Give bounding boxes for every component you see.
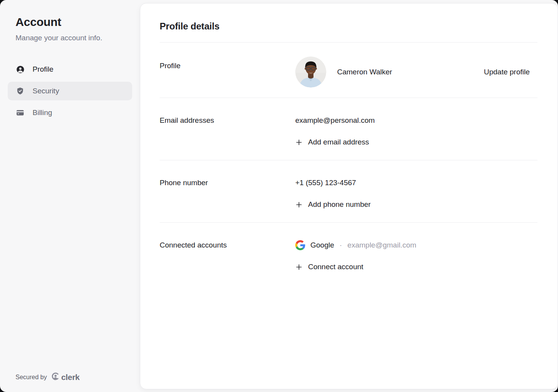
- provider-name: Google: [310, 240, 334, 251]
- plus-icon: [295, 139, 302, 146]
- connected-accounts-content: Google · example@gmail.com Connect accou…: [295, 240, 537, 272]
- profile-row-label: Profile: [160, 57, 295, 71]
- dot-separator: ·: [339, 240, 342, 251]
- sidebar-item-label: Profile: [33, 65, 53, 74]
- phone-number-content: +1 (555) 123-4567 Add phone number: [295, 177, 537, 210]
- secured-by-footer: Secured by clerk: [16, 372, 79, 382]
- clerk-brand[interactable]: clerk: [51, 372, 80, 382]
- plus-icon: [295, 201, 302, 208]
- add-phone-button[interactable]: Add phone number: [295, 199, 371, 210]
- sidebar-title: Account: [16, 15, 140, 29]
- sidebar-item-label: Billing: [33, 108, 52, 117]
- sidebar-item-security[interactable]: Security: [8, 82, 132, 100]
- sidebar-item-label: Security: [33, 87, 59, 95]
- page-backdrop: Account Manage your account info.: [0, 0, 558, 392]
- sidebar-nav: Profile Security: [0, 60, 140, 122]
- add-phone-label: Add phone number: [308, 199, 371, 210]
- user-name: Cameron Walker: [337, 68, 392, 76]
- add-email-label: Add email address: [308, 137, 369, 148]
- avatar-photo: [295, 57, 326, 88]
- sidebar: Account Manage your account info.: [0, 0, 140, 392]
- email-value: example@personal.com: [295, 115, 537, 126]
- email-addresses-content: example@personal.com Add email address: [295, 115, 537, 148]
- panel-title: Profile details: [160, 3, 537, 32]
- phone-number-label: Phone number: [160, 177, 295, 210]
- email-addresses-row: Email addresses example@personal.com Add…: [160, 98, 537, 160]
- credit-card-icon: [16, 108, 25, 117]
- sidebar-item-profile[interactable]: Profile: [8, 60, 132, 79]
- phone-value: +1 (555) 123-4567: [295, 177, 537, 188]
- add-email-button[interactable]: Add email address: [295, 137, 369, 148]
- shield-check-icon: [16, 86, 25, 96]
- plus-icon: [295, 263, 302, 270]
- phone-number-row: Phone number +1 (555) 123-4567 Add phone…: [160, 160, 537, 222]
- user-icon: [16, 65, 25, 74]
- secured-by-label: Secured by: [16, 374, 47, 381]
- account-modal: Account Manage your account info.: [0, 0, 558, 392]
- profile-content: Cameron Walker: [295, 57, 484, 88]
- connect-account-button[interactable]: Connect account: [295, 261, 363, 272]
- connected-accounts-label: Connected accounts: [160, 240, 295, 272]
- profile-details-panel: Profile details Profile: [140, 3, 558, 389]
- connected-accounts-row: Connected accounts Google ·: [160, 223, 537, 285]
- profile-row: Profile: [160, 43, 537, 98]
- google-icon: [295, 240, 305, 250]
- connected-account-email: example@gmail.com: [348, 240, 417, 251]
- clerk-logo-icon: [51, 372, 59, 382]
- clerk-wordmark: clerk: [61, 373, 80, 382]
- email-addresses-label: Email addresses: [160, 115, 295, 148]
- connected-account-item: Google · example@gmail.com: [295, 240, 537, 251]
- sidebar-item-billing[interactable]: Billing: [8, 103, 132, 122]
- sidebar-subtitle: Manage your account info.: [16, 34, 140, 42]
- connect-account-label: Connect account: [308, 261, 363, 272]
- update-profile-button[interactable]: Update profile: [484, 68, 530, 76]
